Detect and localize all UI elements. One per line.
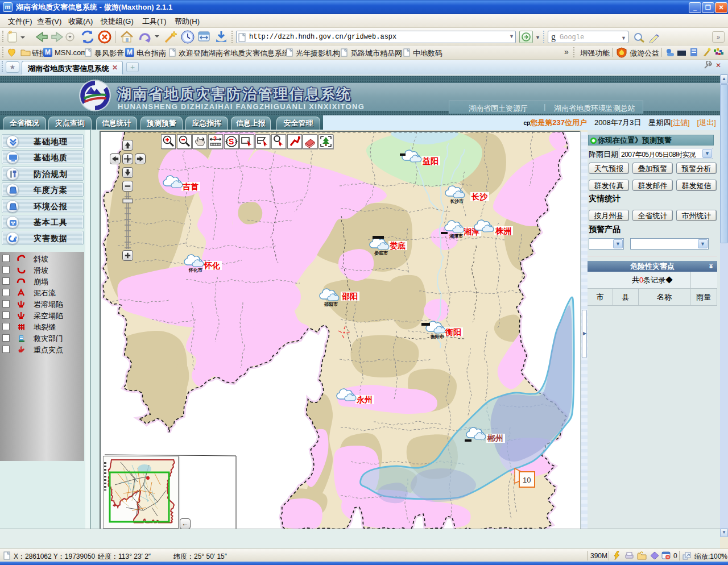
svg-text:怀化市: 怀化市 [188,267,202,273]
svg-text:邵阳: 邵阳 [341,292,358,301]
svg-text:?: ? [213,136,217,142]
svg-text:娄底市: 娄底市 [374,250,388,256]
svg-text:怀化: 怀化 [204,261,220,270]
svg-text:永州: 永州 [356,395,373,404]
svg-text:郴州: 郴州 [487,434,503,443]
svg-text:益阳: 益阳 [422,156,439,165]
svg-text:10: 10 [523,476,531,484]
svg-text:长沙市: 长沙市 [450,198,464,204]
svg-text:S: S [229,137,234,146]
svg-text:衡阳市: 衡阳市 [430,334,444,339]
svg-text:湘潭市: 湘潭市 [449,233,463,239]
svg-text:长沙: 长沙 [471,192,488,201]
svg-text:株洲: 株洲 [495,226,511,235]
svg-text:吉首: 吉首 [182,182,198,191]
svg-text:衡阳: 衡阳 [445,327,461,336]
svg-text:邵阳市: 邵阳市 [324,301,338,307]
svg-text:娄底: 娄底 [390,241,406,250]
